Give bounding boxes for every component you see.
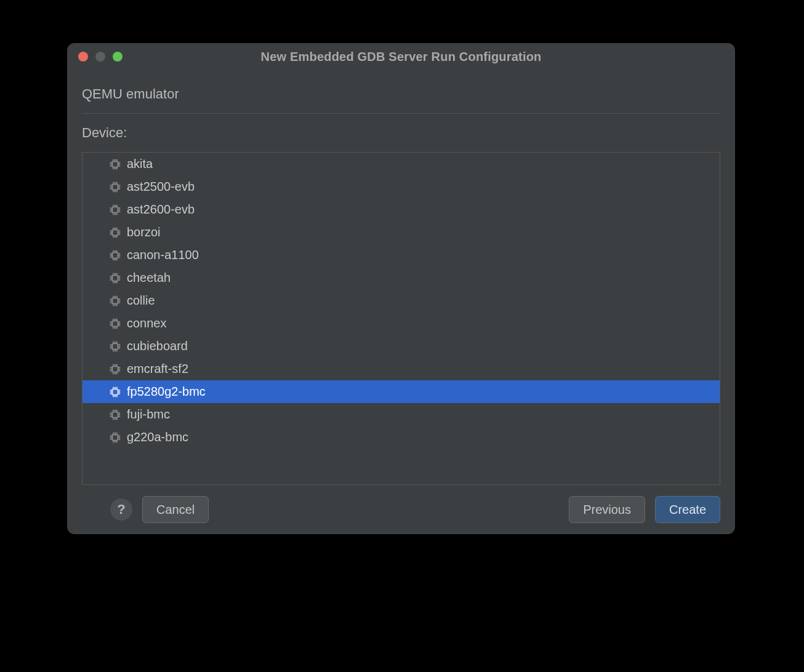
svg-rect-13 [112,184,118,190]
svg-rect-156 [112,434,118,440]
svg-rect-39 [112,230,118,235]
chip-icon [108,340,122,353]
device-list-item-label: emcraft-sf2 [127,362,188,376]
device-field-label: Device: [82,125,720,141]
chip-icon [108,408,122,422]
device-list-container: akitaast2500-evbast2600-evbborzoicanon-a… [82,152,720,485]
device-list-item-label: akita [127,157,153,171]
chip-icon [108,180,122,194]
divider [82,113,720,114]
create-button-label: Create [669,503,706,517]
cancel-button[interactable]: Cancel [142,496,209,523]
chip-icon [108,385,122,399]
device-list-item[interactable]: borzoi [82,221,720,244]
device-list-item-label: fuji-bmc [127,407,170,422]
chip-icon [108,203,122,217]
window-controls [78,52,123,62]
svg-rect-52 [112,252,118,258]
chip-icon [108,226,122,239]
help-icon: ? [117,502,125,518]
device-list-item-label: collie [127,294,155,308]
svg-rect-0 [112,161,118,167]
device-list-item[interactable]: akita [82,153,720,175]
svg-rect-65 [112,275,118,281]
dialog-footer: ? Cancel Previous Create [67,485,735,534]
device-list-item[interactable]: connex [82,312,720,335]
device-list-item-label: cheetah [127,271,171,285]
chip-icon [108,249,122,262]
svg-rect-143 [112,412,118,417]
cancel-button-label: Cancel [156,503,195,517]
chip-icon [108,431,122,444]
window-title: New Embedded GDB Server Run Configuratio… [67,50,735,64]
device-list-item-label: canon-a1100 [127,248,199,262]
svg-rect-104 [112,343,118,349]
window-minimize-button[interactable] [95,52,105,62]
svg-rect-130 [112,389,118,394]
window-zoom-button[interactable] [113,52,123,62]
device-list[interactable]: akitaast2500-evbast2600-evbborzoicanon-a… [82,153,720,484]
window-close-button[interactable] [78,52,88,62]
device-list-item[interactable]: cubieboard [82,335,720,358]
device-list-item-label: ast2500-evb [127,180,195,194]
svg-rect-91 [112,321,118,326]
help-button[interactable]: ? [110,498,132,521]
device-list-item[interactable]: g220a-bmc [82,426,720,449]
svg-rect-117 [112,366,118,372]
device-list-item-label: connex [127,316,167,330]
page-subtitle: QEMU emulator [82,86,720,102]
svg-rect-26 [112,207,118,212]
device-list-item-label: fp5280g2-bmc [127,385,206,399]
device-list-item-label: ast2600-evb [127,202,195,217]
device-list-item-label: borzoi [127,225,160,239]
create-button[interactable]: Create [655,496,720,523]
chip-icon [108,317,122,330]
chip-icon [108,362,122,376]
title-bar: New Embedded GDB Server Run Configuratio… [67,43,735,70]
device-list-item[interactable]: ast2500-evb [82,175,720,198]
device-list-item[interactable]: fp5280g2-bmc [82,380,720,403]
previous-button[interactable]: Previous [569,496,645,523]
device-list-item[interactable]: canon-a1100 [82,244,720,266]
device-list-item[interactable]: fuji-bmc [82,403,720,426]
chip-icon [108,294,122,308]
chip-icon [108,271,122,285]
svg-rect-78 [112,298,118,303]
device-list-item[interactable]: emcraft-sf2 [82,358,720,380]
previous-button-label: Previous [583,503,631,517]
dialog-body: QEMU emulator Device: akitaast2500-evbas… [67,70,735,485]
dialog-window: New Embedded GDB Server Run Configuratio… [67,43,735,534]
device-list-item-label: g220a-bmc [127,430,188,444]
chip-icon [108,158,122,171]
device-list-item-label: cubieboard [127,339,188,353]
device-list-item[interactable]: ast2600-evb [82,198,720,221]
device-list-item[interactable]: collie [82,289,720,312]
device-list-item[interactable]: cheetah [82,266,720,289]
